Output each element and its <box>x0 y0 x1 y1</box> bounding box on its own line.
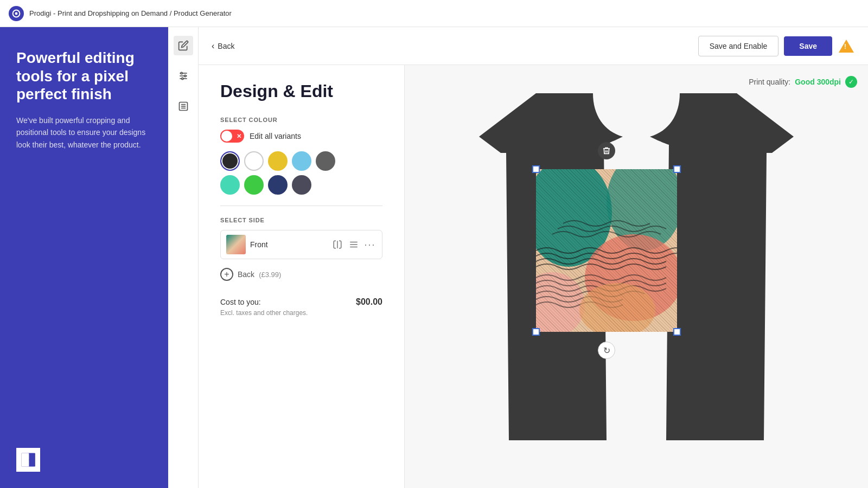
handle-bottom-left[interactable] <box>532 328 540 336</box>
toggle-knob <box>221 131 232 142</box>
svg-point-20 <box>607 169 677 251</box>
header-actions: Save and Enable Save <box>698 36 855 56</box>
svg-point-8 <box>181 72 182 74</box>
main-content: Design & Edit SELECT COLOUR ✕ Edit all v… <box>199 65 868 488</box>
flip-icon <box>333 240 342 249</box>
edit-panel: Design & Edit SELECT COLOUR ✕ Edit all v… <box>199 65 405 488</box>
svg-point-9 <box>184 75 186 76</box>
main-layout: Powerful editing tools for a pixel perfe… <box>0 27 868 488</box>
handle-top-right[interactable] <box>673 165 681 173</box>
colour-swatch-teal[interactable] <box>220 175 240 195</box>
warning-icon <box>838 37 855 55</box>
brand-logo-icon <box>21 452 36 467</box>
colour-swatch-sky-blue[interactable] <box>292 151 311 171</box>
colour-swatch-yellow[interactable] <box>268 151 288 171</box>
save-and-enable-button[interactable]: Save and Enable <box>698 36 779 56</box>
front-side-actions: ··· <box>331 238 376 251</box>
print-quality-bar: Print quality: Good 300dpi ✓ <box>749 76 857 88</box>
svg-point-21 <box>585 234 677 321</box>
handle-bottom-right[interactable] <box>673 328 681 336</box>
topbar: Prodigi - Print and Dropshipping on Dema… <box>0 0 868 27</box>
divider-1 <box>220 206 382 206</box>
warning-triangle-icon <box>839 40 854 53</box>
prodigi-logo-icon <box>12 9 21 18</box>
topbar-title: Prodigi - Print and Dropshipping on Dema… <box>29 9 232 17</box>
icon-sidebar <box>168 27 199 488</box>
svg-rect-3 <box>21 453 29 466</box>
handle-top-left[interactable] <box>532 165 540 173</box>
color-swatches <box>220 151 382 171</box>
save-button[interactable]: Save <box>784 36 832 56</box>
toggle-x-icon: ✕ <box>237 133 241 140</box>
cost-sub: Excl. taxes and other charges. <box>220 309 382 317</box>
colour-swatch-navy[interactable] <box>268 175 288 195</box>
print-quality-value: Good 300dpi <box>795 78 841 86</box>
select-colour-label: SELECT COLOUR <box>220 117 382 123</box>
front-side-flip-icon[interactable] <box>331 238 344 251</box>
add-back-row[interactable]: + Back (£3.99) <box>220 265 382 284</box>
add-back-circle-icon: + <box>220 268 233 281</box>
delete-handle[interactable] <box>598 142 615 159</box>
cost-value: $00.00 <box>356 297 382 307</box>
sidebar-item-list[interactable] <box>174 97 193 116</box>
panel-title: Design & Edit <box>220 81 382 101</box>
rotate-handle[interactable]: ↻ <box>598 342 615 359</box>
front-side-name: Front <box>250 240 327 249</box>
sidebar-body: We've built powerful cropping and positi… <box>16 114 152 151</box>
front-thumbnail <box>226 235 246 254</box>
edit-all-variants-toggle[interactable]: ✕ <box>220 130 244 143</box>
print-quality-check-icon: ✓ <box>845 76 857 88</box>
front-side-row: Front <box>220 230 382 259</box>
color-swatches-row2 <box>220 175 382 195</box>
back-chevron-icon: ‹ <box>212 41 214 51</box>
toggle-row: ✕ Edit all variants <box>220 130 382 143</box>
svg-point-22 <box>536 272 585 332</box>
svg-point-19 <box>536 169 612 267</box>
colour-swatch-charcoal[interactable] <box>292 175 311 195</box>
colour-swatch-white[interactable] <box>244 151 264 171</box>
front-side-align-icon[interactable] <box>347 238 360 251</box>
print-quality-label: Print quality: <box>749 78 790 86</box>
trash-icon <box>602 146 611 155</box>
back-link[interactable]: ‹ Back <box>212 41 234 51</box>
colour-swatch-black[interactable] <box>220 151 240 171</box>
content-header: ‹ Back Save and Enable Save <box>199 27 868 65</box>
blue-sidebar: Powerful editing tools for a pixel perfe… <box>0 27 168 488</box>
svg-point-10 <box>181 78 183 79</box>
toggle-label: Edit all variants <box>250 132 301 140</box>
more-dots-icon: ··· <box>364 239 375 251</box>
sidebar-heading: Powerful editing tools for a pixel perfe… <box>16 49 152 104</box>
pencil-icon <box>178 40 189 51</box>
sliders-icon <box>178 70 189 81</box>
cost-row: Cost to you: $00.00 <box>220 297 382 307</box>
content-area: ‹ Back Save and Enable Save Design & Edi… <box>199 27 868 488</box>
svg-point-23 <box>579 283 655 332</box>
colour-swatch-green[interactable] <box>244 175 264 195</box>
back-price: (£3.99) <box>259 271 281 279</box>
svg-point-1 <box>15 12 18 15</box>
sidebar-item-settings[interactable] <box>174 66 193 86</box>
sidebar-item-edit[interactable] <box>174 36 193 55</box>
topbar-logo <box>9 6 24 21</box>
design-image <box>536 169 677 332</box>
back-label: Back <box>218 42 234 50</box>
list-icon <box>178 101 189 112</box>
cost-label: Cost to you: <box>220 298 261 306</box>
front-side-more-icon[interactable]: ··· <box>363 238 376 251</box>
prodigi-brand-logo <box>16 448 40 472</box>
preview-area: Print quality: Good 300dpi ✓ <box>405 65 868 488</box>
svg-rect-18 <box>536 169 677 332</box>
colour-swatch-dark-grey[interactable] <box>316 151 335 171</box>
back-side-name: Back <box>238 270 254 279</box>
design-art-svg <box>536 169 677 332</box>
align-icon <box>349 240 359 249</box>
design-overlay[interactable]: ↻ <box>536 169 677 332</box>
select-side-label: SELECT SIDE <box>220 217 382 223</box>
tshirt-container: ↻ <box>479 93 794 473</box>
